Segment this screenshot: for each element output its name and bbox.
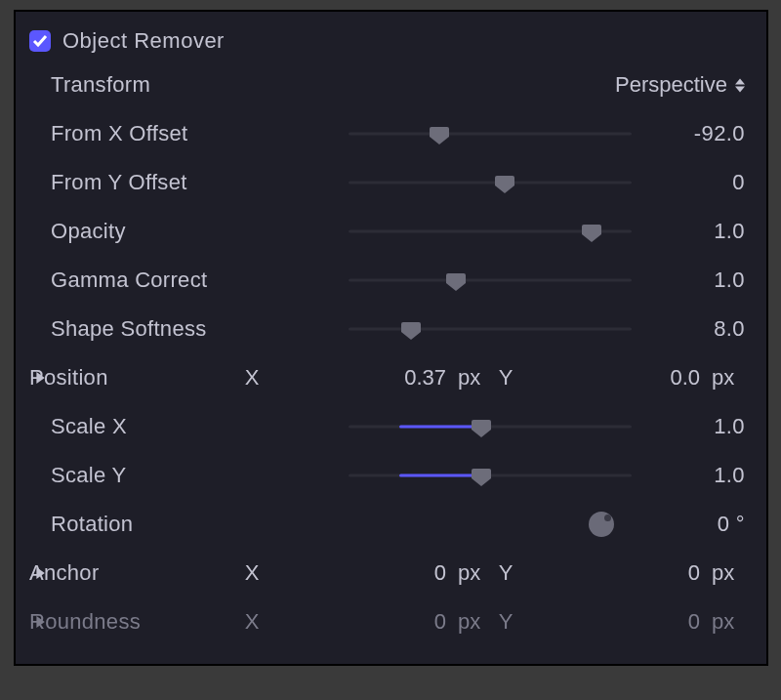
rotation-label: Rotation	[51, 512, 236, 537]
anchor-x-unit: px	[452, 560, 491, 586]
anchor-y-unit: px	[706, 560, 745, 586]
from-x-offset-label: From X Offset	[51, 121, 236, 146]
anchor-label: Anchor	[29, 560, 236, 586]
roundness-y-axis: Y	[491, 609, 520, 635]
gamma-row: Gamma Correct 1.0	[29, 256, 745, 305]
roundness-label: Roundness	[29, 609, 236, 635]
from-x-offset-row: From X Offset -92.0	[29, 109, 745, 158]
opacity-row: Opacity 1.0	[29, 207, 745, 256]
effect-title: Object Remover	[62, 28, 225, 54]
effect-enable-checkbox[interactable]	[29, 30, 51, 52]
effect-header: Object Remover	[29, 21, 745, 61]
anchor-y-value[interactable]: 0	[520, 560, 706, 586]
anchor-xy: X 0 px Y 0 px	[237, 560, 745, 586]
position-x-value[interactable]: 0.37	[267, 365, 452, 391]
gamma-label: Gamma Correct	[51, 268, 236, 293]
opacity-slider[interactable]	[349, 218, 632, 245]
position-xy: X 0.37 px Y 0.0 px	[237, 365, 745, 391]
position-y-value[interactable]: 0.0	[520, 365, 706, 391]
position-row: Position X 0.37 px Y 0.0 px	[29, 353, 745, 402]
from-y-offset-label: From Y Offset	[51, 170, 236, 195]
softness-row: Shape Softness 8.0	[29, 305, 745, 353]
stepper-icon	[735, 78, 745, 93]
roundness-x-unit: px	[452, 609, 491, 635]
scale-y-value[interactable]: 1.0	[651, 463, 745, 488]
position-y-axis: Y	[491, 365, 520, 391]
from-y-offset-slider[interactable]	[349, 169, 632, 196]
softness-value[interactable]: 8.0	[651, 316, 745, 342]
rotation-row: Rotation 0 °	[29, 500, 745, 549]
scale-x-value[interactable]: 1.0	[651, 414, 745, 439]
softness-slider[interactable]	[349, 315, 632, 343]
gamma-value[interactable]: 1.0	[651, 268, 745, 293]
rotation-knob[interactable]	[589, 512, 614, 537]
opacity-label: Opacity	[51, 219, 236, 244]
from-x-offset-slider[interactable]	[349, 120, 632, 147]
effect-inspector-panel: Object Remover Transform Perspective Fro…	[14, 10, 768, 666]
anchor-row: Anchor X 0 px Y 0 px	[29, 549, 745, 597]
gamma-slider[interactable]	[349, 267, 632, 294]
softness-label: Shape Softness	[51, 316, 236, 342]
roundness-xy: X 0 px Y 0 px	[237, 609, 745, 635]
slider-thumb[interactable]	[430, 125, 449, 143]
position-label: Position	[29, 365, 236, 391]
anchor-y-axis: Y	[491, 560, 520, 586]
rotation-value[interactable]: 0 °	[651, 512, 745, 537]
opacity-value[interactable]: 1.0	[651, 219, 745, 244]
slider-thumb[interactable]	[446, 271, 466, 289]
roundness-x-value[interactable]: 0	[267, 609, 452, 635]
slider-thumb[interactable]	[401, 320, 421, 338]
roundness-x-axis: X	[237, 609, 267, 635]
transform-row: Transform Perspective	[29, 61, 745, 109]
slider-thumb[interactable]	[472, 467, 491, 484]
roundness-y-value[interactable]: 0	[520, 609, 706, 635]
transform-dropdown[interactable]: Perspective	[615, 72, 745, 98]
position-x-unit: px	[452, 365, 491, 391]
from-x-offset-value[interactable]: -92.0	[651, 121, 745, 146]
scale-x-slider[interactable]	[349, 413, 632, 440]
transform-label: Transform	[51, 72, 236, 98]
scale-x-label: Scale X	[51, 414, 236, 439]
roundness-row: Roundness X 0 px Y 0 px	[29, 597, 745, 646]
slider-thumb[interactable]	[472, 418, 491, 435]
from-y-offset-row: From Y Offset 0	[29, 158, 745, 207]
scale-y-row: Scale Y 1.0	[29, 451, 745, 500]
position-x-axis: X	[237, 365, 267, 391]
slider-thumb[interactable]	[582, 223, 601, 240]
anchor-x-value[interactable]: 0	[267, 560, 452, 586]
position-y-unit: px	[706, 365, 745, 391]
roundness-y-unit: px	[706, 609, 745, 635]
anchor-x-axis: X	[237, 560, 267, 586]
scale-x-row: Scale X 1.0	[29, 402, 745, 451]
from-y-offset-value[interactable]: 0	[651, 170, 745, 195]
slider-thumb[interactable]	[495, 174, 514, 191]
transform-value: Perspective	[615, 72, 727, 98]
scale-y-slider[interactable]	[349, 462, 632, 489]
scale-y-label: Scale Y	[51, 463, 236, 488]
